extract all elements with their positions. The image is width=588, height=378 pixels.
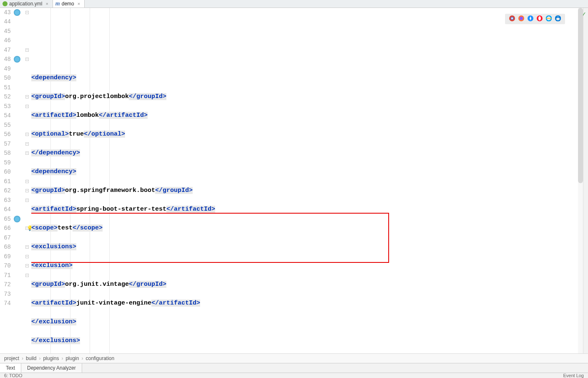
- fold-toggle-icon[interactable]: −: [25, 180, 29, 183]
- fold-toggle-icon[interactable]: −: [25, 274, 29, 277]
- close-icon[interactable]: ×: [45, 1, 48, 6]
- code-line[interactable]: <groupId>org.junit.vintage</groupId>: [31, 280, 588, 290]
- code-line[interactable]: <dependency>: [31, 73, 588, 83]
- code-line[interactable]: <artifactId>junit-vintage-engine</artifa…: [31, 299, 588, 308]
- line-number[interactable]: 74: [0, 299, 11, 308]
- edge-icon[interactable]: [555, 15, 561, 23]
- line-number[interactable]: 48: [0, 55, 11, 64]
- fold-toggle-icon[interactable]: −: [25, 58, 29, 61]
- code-line[interactable]: <artifactId>spring-boot-starter-test</ar…: [31, 205, 588, 214]
- code-line[interactable]: <dependency>: [31, 167, 588, 177]
- line-number[interactable]: 59: [0, 158, 11, 168]
- line-number[interactable]: 64: [0, 205, 11, 214]
- line-number[interactable]: 50: [0, 73, 11, 83]
- code-line[interactable]: <groupId>org.springframework.boot</group…: [31, 186, 588, 196]
- line-number[interactable]: 57: [0, 139, 11, 149]
- line-number[interactable]: 65: [0, 214, 11, 224]
- code-line[interactable]: </exclusions>: [31, 336, 588, 346]
- opera-icon[interactable]: [537, 15, 543, 23]
- line-number[interactable]: 51: [0, 83, 11, 93]
- code-line[interactable]: </dependency>: [31, 149, 588, 158]
- tab-dependency-analyzer[interactable]: Dependency Analyzer: [21, 363, 82, 373]
- line-number[interactable]: 72: [0, 280, 11, 290]
- status-left[interactable]: 6: TODO: [4, 373, 23, 378]
- line-number[interactable]: 49: [0, 64, 11, 74]
- line-number[interactable]: 58: [0, 149, 11, 158]
- line-number[interactable]: 61: [0, 177, 11, 186]
- scrollbar-thumb[interactable]: [578, 8, 583, 183]
- line-number[interactable]: 45: [0, 27, 11, 36]
- fold-toggle-icon[interactable]: −: [25, 151, 29, 155]
- fold-toggle-icon[interactable]: −: [25, 189, 29, 192]
- tab-demo[interactable]: m demo ×: [53, 0, 85, 8]
- fold-toggle-icon[interactable]: −: [25, 245, 29, 249]
- safari-icon[interactable]: [528, 15, 533, 23]
- tab-text[interactable]: Text: [0, 363, 21, 373]
- code-line[interactable]: <artifactId>lombok</artifactId>: [31, 111, 588, 121]
- line-number[interactable]: 62: [0, 186, 11, 196]
- editor-area[interactable]: 4344454647484950515253545556575859606162…: [0, 8, 588, 353]
- line-number[interactable]: 55: [0, 121, 11, 130]
- run-gutter-icon[interactable]: [14, 56, 20, 63]
- line-number[interactable]: 43: [0, 8, 11, 18]
- code-line[interactable]: </exclusion>: [31, 318, 588, 327]
- code-line[interactable]: <scope>test</scope>: [31, 224, 588, 233]
- editor-bottom-tabs: Text Dependency Analyzer: [0, 363, 588, 373]
- fold-gutter[interactable]: −−−−−−−−−−−−💡−−−−: [23, 8, 31, 353]
- line-number[interactable]: 67: [0, 233, 11, 243]
- line-number[interactable]: 54: [0, 111, 11, 121]
- status-right[interactable]: Event Log: [563, 373, 584, 378]
- line-number-gutter[interactable]: 4344454647484950515253545556575859606162…: [0, 8, 15, 353]
- line-number[interactable]: 70: [0, 261, 11, 271]
- breadcrumb-separator: ›: [81, 355, 83, 361]
- fold-toggle-icon[interactable]: −: [25, 133, 29, 136]
- breadcrumb-item[interactable]: build: [26, 355, 36, 361]
- breadcrumb-item[interactable]: plugins: [43, 355, 59, 361]
- inspection-strip[interactable]: ✓: [583, 8, 588, 353]
- tab-label: demo: [62, 1, 74, 7]
- fold-toggle-icon[interactable]: −: [25, 255, 29, 258]
- line-number[interactable]: 46: [0, 36, 11, 45]
- run-gutter-icon[interactable]: [14, 216, 20, 222]
- code-line[interactable]: <exclusion>: [31, 261, 588, 271]
- chrome-icon[interactable]: [509, 15, 515, 23]
- tab-label: application.yml: [9, 1, 42, 7]
- tab-application-yml[interactable]: application.yml ×: [0, 0, 53, 8]
- line-number[interactable]: 44: [0, 17, 11, 27]
- fold-toggle-icon[interactable]: −: [25, 264, 29, 267]
- line-number[interactable]: 53: [0, 102, 11, 111]
- fold-toggle-icon[interactable]: −: [25, 48, 29, 52]
- line-number[interactable]: 60: [0, 167, 11, 177]
- code-editor[interactable]: <dependency><groupId>org.projectlombok</…: [31, 8, 588, 353]
- fold-toggle-icon[interactable]: −: [25, 11, 29, 14]
- run-gutter[interactable]: [15, 8, 23, 353]
- svg-point-2: [511, 18, 513, 19]
- line-number[interactable]: 69: [0, 252, 11, 262]
- breadcrumb-item[interactable]: project: [4, 355, 19, 361]
- line-number[interactable]: 47: [0, 45, 11, 55]
- fold-toggle-icon[interactable]: −: [25, 142, 29, 146]
- line-number[interactable]: 71: [0, 271, 11, 280]
- firefox-icon[interactable]: [518, 15, 524, 23]
- code-line[interactable]: <exclusions>: [31, 242, 588, 252]
- code-line[interactable]: <groupId>org.projectlombok</groupId>: [31, 92, 588, 102]
- line-number[interactable]: 56: [0, 130, 11, 139]
- close-icon[interactable]: ×: [78, 1, 80, 6]
- ie-icon[interactable]: [546, 15, 552, 23]
- line-number[interactable]: 73: [0, 290, 11, 299]
- run-gutter-icon[interactable]: [14, 9, 20, 16]
- breadcrumb-item[interactable]: plugin: [65, 355, 79, 361]
- line-number[interactable]: 63: [0, 196, 11, 205]
- line-number[interactable]: 66: [0, 224, 11, 233]
- code-line[interactable]: <optional>true</optional>: [31, 130, 588, 139]
- line-number[interactable]: 52: [0, 92, 11, 102]
- fold-toggle-icon[interactable]: −: [25, 95, 29, 98]
- breadcrumb-separator: ›: [22, 355, 23, 361]
- annotation-red-box: [31, 213, 389, 263]
- svg-point-8: [538, 16, 541, 20]
- fold-toggle-icon[interactable]: −: [25, 105, 29, 108]
- fold-toggle-icon[interactable]: −: [25, 199, 29, 202]
- status-bar: 6: TODO Event Log: [0, 373, 588, 378]
- breadcrumb-item[interactable]: configuration: [85, 355, 114, 361]
- line-number[interactable]: 68: [0, 242, 11, 252]
